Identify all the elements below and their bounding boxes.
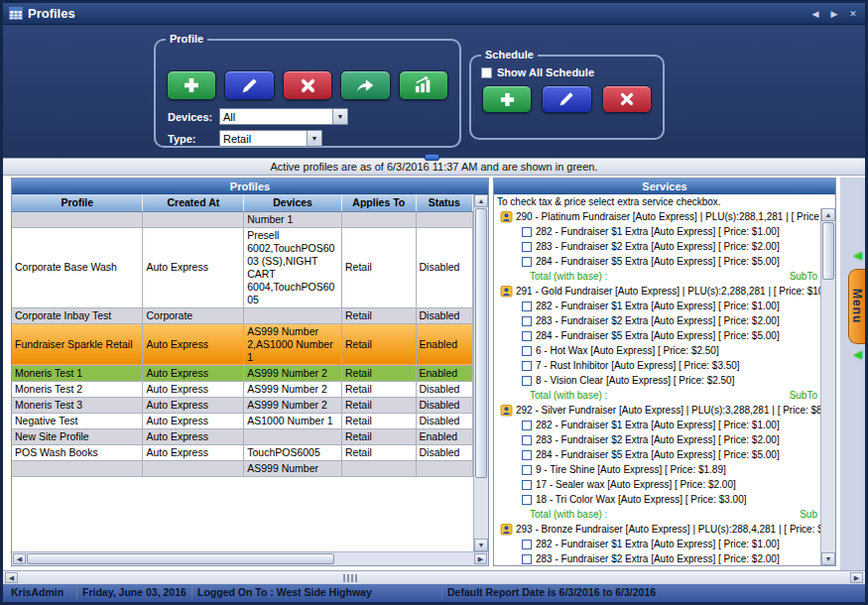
service-group[interactable]: 292 - Silver Fundraiser [Auto Express] |… [500, 403, 820, 418]
cell-profile [12, 211, 143, 227]
profile-row[interactable]: AS999 Number [12, 460, 473, 476]
active-profiles-banner: Active profiles are as of 6/3/2016 11:37… [3, 158, 865, 176]
service-item[interactable]: 8 - Vision Clear [Auto Express] [ Price:… [522, 373, 820, 388]
service-checkbox[interactable] [522, 316, 532, 326]
scroll-left-icon[interactable]: ◀ [5, 572, 18, 583]
service-checkbox[interactable] [522, 465, 532, 475]
chevron-down-icon[interactable]: ▼ [332, 109, 347, 124]
service-item[interactable]: 284 - Fundraiser $5 Extra [Auto Express]… [522, 447, 820, 462]
column-header-devices[interactable]: Devices [244, 194, 342, 211]
service-group[interactable]: 290 - Platinum Fundraiser [Auto Express]… [500, 209, 820, 224]
column-header-profile[interactable]: Profile [12, 194, 143, 211]
service-item[interactable]: 283 - Fundraiser $2 Extra [Auto Express]… [522, 432, 820, 447]
service-item[interactable]: 282 - Fundraiser $1 Extra [Auto Express]… [522, 418, 820, 432]
scroll-up-icon[interactable]: ▲ [474, 194, 488, 207]
column-header-created-at[interactable]: Created At [143, 194, 244, 211]
service-item[interactable]: 282 - Fundraiser $1 Extra [Auto Express]… [522, 224, 820, 239]
service-checkbox[interactable] [522, 257, 532, 267]
service-checkbox[interactable] [522, 495, 532, 505]
edit-profile-button[interactable] [224, 70, 274, 100]
delete-profile-button[interactable] [283, 70, 332, 100]
bottom-scrollbar[interactable]: ◀ ▶ [3, 570, 865, 584]
dock-back-icon[interactable]: ◀ [809, 9, 821, 19]
profiles-horizontal-scrollbar[interactable]: ◀ ▶ [12, 551, 488, 565]
column-header-status[interactable]: Status [416, 194, 472, 211]
scrollbar-thumb[interactable] [27, 553, 334, 564]
service-checkbox[interactable] [522, 346, 532, 356]
scroll-down-icon[interactable]: ▼ [821, 552, 835, 565]
service-item[interactable]: 282 - Fundraiser $1 Extra [Auto Express]… [522, 537, 820, 551]
splitter-handle[interactable] [425, 154, 439, 161]
service-checkbox[interactable] [522, 450, 532, 460]
profile-row[interactable]: Moneris Test 2Auto ExpressAS999 Number 2… [12, 381, 473, 397]
cell-created-at: Auto Express [143, 397, 244, 413]
service-item-label: 283 - Fundraiser $2 Extra [Auto Express]… [536, 432, 780, 447]
service-checkbox[interactable] [522, 331, 532, 341]
services-vertical-scrollbar[interactable]: ▲ ▼ [820, 208, 835, 565]
scroll-left-icon[interactable]: ◀ [13, 553, 26, 564]
service-item[interactable]: 6 - Hot Wax [Auto Express] [ Price: $2.5… [522, 343, 820, 358]
show-all-schedule-checkbox[interactable] [481, 67, 492, 78]
profiles-header-row: ProfileCreated AtDevicesApplies ToStatus [12, 194, 473, 211]
profile-row[interactable]: Number 1 [12, 211, 473, 227]
menu-tab[interactable]: Menu [848, 269, 865, 344]
profile-row[interactable]: Negative TestAuto ExpressAS1000 Number 1… [12, 413, 473, 428]
service-item[interactable]: 283 - Fundraiser $2 Extra [Auto Express]… [522, 239, 820, 254]
service-item[interactable]: 283 - Fundraiser $2 Extra [Auto Express]… [522, 551, 820, 565]
service-checkbox[interactable] [522, 435, 532, 445]
service-item-label: 283 - Fundraiser $2 Extra [Auto Express]… [536, 551, 780, 565]
profile-row[interactable]: Fundraiser Sparkle RetailAuto ExpressAS9… [12, 323, 473, 365]
service-item[interactable]: 7 - Rust Inhibitor [Auto Express] [ Pric… [522, 358, 820, 373]
add-schedule-button[interactable] [482, 85, 532, 113]
scroll-right-icon[interactable]: ▶ [474, 553, 487, 564]
cell-profile [12, 460, 143, 476]
service-checkbox[interactable] [522, 554, 532, 564]
service-checkbox[interactable] [522, 302, 532, 311]
service-item[interactable]: 18 - Tri Color Wax [Auto Express] [ Pric… [522, 492, 820, 507]
profile-row[interactable]: New Site ProfileAuto ExpressRetailEnable… [12, 428, 473, 444]
devices-dropdown[interactable]: All ▼ [219, 108, 348, 125]
service-checkbox[interactable] [522, 361, 532, 371]
dock-forward-icon[interactable]: ▶ [828, 9, 840, 19]
splitter-grip[interactable] [343, 574, 357, 582]
profile-row[interactable]: Corporate Base WashAuto ExpressPresell 6… [12, 227, 473, 307]
column-header-applies-to[interactable]: Applies To [341, 194, 416, 211]
edit-schedule-button[interactable] [542, 85, 591, 113]
profile-report-button[interactable] [399, 70, 448, 100]
close-icon[interactable]: ✕ [847, 9, 859, 19]
service-group[interactable]: 291 - Gold Fundraiser [Auto Express] | P… [500, 284, 820, 299]
service-group[interactable]: 293 - Bronze Fundraiser [Auto Express] |… [500, 522, 820, 537]
cell-created-at [143, 211, 244, 227]
service-checkbox[interactable] [522, 421, 532, 430]
profile-row[interactable]: POS Wash BooksAuto ExpressTouchPOS6005Re… [12, 444, 473, 460]
slide-left-icon[interactable]: ◀ [854, 348, 862, 361]
x-icon [620, 92, 634, 106]
service-checkbox[interactable] [522, 376, 532, 386]
service-checkbox[interactable] [522, 227, 532, 237]
scroll-down-icon[interactable]: ▼ [474, 539, 488, 551]
delete-schedule-button[interactable] [602, 85, 652, 113]
chevron-down-icon[interactable]: ▼ [307, 131, 321, 146]
service-checkbox[interactable] [522, 480, 532, 490]
profile-row[interactable]: Moneris Test 1Auto ExpressAS999 Number 2… [12, 365, 473, 381]
service-item[interactable]: 9 - Tire Shine [Auto Express] [ Price: $… [522, 462, 820, 477]
service-checkbox[interactable] [522, 540, 532, 549]
service-item[interactable]: 284 - Fundraiser $5 Extra [Auto Express]… [522, 254, 820, 269]
type-dropdown[interactable]: Retail ▼ [219, 130, 322, 147]
app-window: Profiles ◀ ▶ ✕ Profile [0, 0, 868, 605]
service-checkbox[interactable] [522, 242, 532, 252]
service-item[interactable]: 282 - Fundraiser $1 Extra [Auto Express]… [522, 299, 820, 313]
scroll-up-icon[interactable]: ▲ [821, 208, 835, 221]
profile-row[interactable]: Corporate Inbay TestCorporateRetailDisab… [12, 307, 473, 323]
scroll-right-icon[interactable]: ▶ [850, 572, 863, 583]
publish-profile-button[interactable] [340, 70, 390, 100]
scrollbar-thumb[interactable] [822, 222, 834, 280]
profile-row[interactable]: Moneris Test 3Auto ExpressAS999 Number 2… [12, 397, 473, 413]
slide-left-icon[interactable]: ◀ [854, 249, 862, 262]
add-profile-button[interactable] [167, 70, 216, 100]
service-item[interactable]: 283 - Fundraiser $2 Extra [Auto Express]… [522, 313, 820, 328]
service-item[interactable]: 17 - Sealer wax [Auto Express] [ Price: … [522, 477, 820, 492]
profiles-vertical-scrollbar[interactable]: ▲ ▼ [473, 194, 488, 551]
scrollbar-thumb[interactable] [475, 208, 487, 478]
service-item[interactable]: 284 - Fundraiser $5 Extra [Auto Express]… [522, 328, 820, 343]
